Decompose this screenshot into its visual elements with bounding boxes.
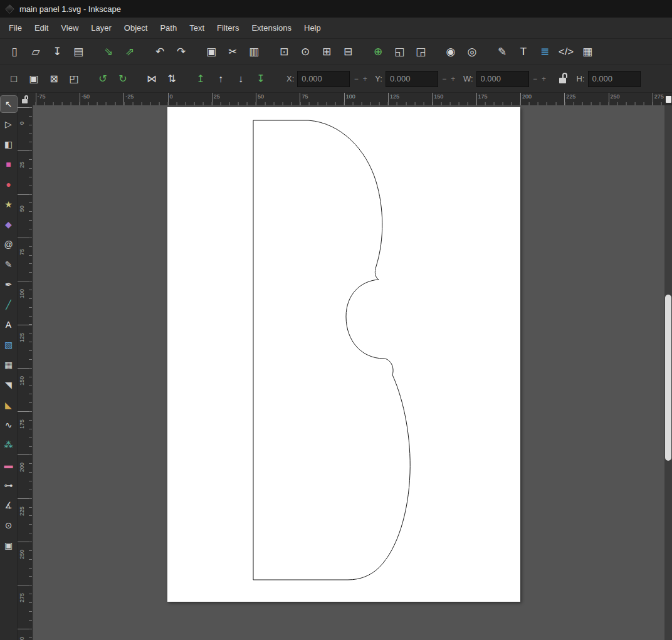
tool-node-editor[interactable]: ▷ <box>1 116 17 132</box>
tool-pen[interactable]: ✒ <box>1 276 17 293</box>
tool-spray[interactable]: ⁂ <box>1 437 17 453</box>
field-y-increment-button[interactable]: + <box>449 71 458 87</box>
tool-paint-bucket[interactable]: ◣ <box>1 397 17 413</box>
vertical-scrollbar[interactable] <box>664 105 672 640</box>
field-x-decrement-button[interactable]: − <box>352 71 360 87</box>
tool-rectangle[interactable]: ■ <box>1 156 17 172</box>
flip-horizontal-button[interactable]: ⋈ <box>142 70 162 88</box>
paste-button[interactable]: ▥ <box>243 42 265 62</box>
new-document-button[interactable]: ▯ <box>4 42 25 62</box>
tool-dropper[interactable]: ◥ <box>1 377 17 393</box>
text-icon: A <box>6 320 11 329</box>
pen-icon: ✒ <box>5 280 13 289</box>
v-ruler-tick: 75 <box>18 238 32 238</box>
create-clone-button[interactable]: ◱ <box>389 42 410 62</box>
align-distribute-dialog-button[interactable]: ▦ <box>577 42 598 62</box>
tool-spiral[interactable]: @ <box>1 236 17 253</box>
v-ruler-tick: 275 <box>18 585 32 585</box>
tool-tweak[interactable]: ∿ <box>1 417 17 433</box>
unlink-clone-button[interactable]: ◲ <box>410 42 431 62</box>
violin-outline-path[interactable] <box>253 120 410 580</box>
fill-stroke-dialog-button[interactable]: ✎ <box>491 42 513 62</box>
raise-button[interactable]: ↑ <box>211 70 231 88</box>
tool-star[interactable]: ★ <box>1 196 17 212</box>
canvas[interactable] <box>33 105 664 640</box>
menu-layer[interactable]: Layer <box>85 19 118 36</box>
select-all-button[interactable]: □ <box>4 70 24 88</box>
field-w-increment-button[interactable]: + <box>540 71 549 87</box>
group-button[interactable]: ◉ <box>440 42 461 62</box>
guide-lock-corner[interactable] <box>18 93 33 105</box>
selection-bbox-toggle-button[interactable]: ◰ <box>64 70 84 88</box>
h-ruler-tick-label: 50 <box>258 93 264 100</box>
redo-button[interactable]: ↷ <box>171 42 192 62</box>
rectangle-icon: ■ <box>6 160 11 169</box>
duplicate-button[interactable]: ⊕ <box>367 42 389 62</box>
ungroup-button[interactable]: ◎ <box>461 42 483 62</box>
inkscape-logo-icon <box>5 4 14 14</box>
tool-selector[interactable]: ↖ <box>1 96 17 112</box>
save-document-button[interactable]: ↧ <box>46 42 68 62</box>
v-ruler-tick-label: 100 <box>19 289 25 298</box>
copy-button[interactable]: ▣ <box>201 42 222 62</box>
cut-button[interactable]: ✂ <box>222 42 243 62</box>
tool-gradient[interactable]: ▧ <box>1 337 17 353</box>
field-w-decrement-button[interactable]: − <box>531 71 540 87</box>
tool-mesh-gradient[interactable]: ▦ <box>1 357 17 373</box>
menu-edit[interactable]: Edit <box>28 19 55 36</box>
lower-to-bottom-button[interactable]: ↧ <box>251 70 271 88</box>
vertical-ruler[interactable]: 0255075100125150175200225250275300 <box>18 105 33 640</box>
tool-ellipse[interactable]: ● <box>1 176 17 192</box>
raise-to-top-button[interactable]: ↥ <box>191 70 211 88</box>
deselect-button[interactable]: ⊠ <box>44 70 64 88</box>
tool-pencil[interactable]: ✎ <box>1 256 17 273</box>
text-dialog-button[interactable]: T <box>513 42 534 62</box>
lock-ratio-button[interactable] <box>556 71 571 87</box>
menu-file[interactable]: File <box>3 19 28 36</box>
horizontal-ruler[interactable]: -75-50-250255075100125150175200225250275 <box>33 93 664 105</box>
layers-dialog-button[interactable]: ≣ <box>534 42 555 62</box>
tool-connector[interactable]: ⊶ <box>1 477 17 493</box>
vertical-scrollbar-thumb[interactable] <box>665 295 671 461</box>
field-y-decrement-button[interactable]: − <box>440 71 449 87</box>
field-h-input[interactable] <box>588 71 641 87</box>
tool-eraser[interactable]: ▬ <box>1 457 17 473</box>
tool-pages[interactable]: ▣ <box>1 537 17 553</box>
tool-shape-builder[interactable]: ◧ <box>1 136 17 152</box>
rotate-90-ccw-button[interactable]: ↺ <box>93 70 113 88</box>
tool-calligraphy[interactable]: ╱ <box>1 296 17 313</box>
field-w-input[interactable] <box>476 71 529 87</box>
print-button[interactable]: ▤ <box>68 42 89 62</box>
zoom-page-width-button[interactable]: ⊟ <box>337 42 359 62</box>
v-ruler-tick-label: 150 <box>19 376 25 386</box>
zoom-page-button[interactable]: ⊞ <box>316 42 337 62</box>
command-group-4: ⊡⊙⊞⊟ <box>273 42 359 62</box>
select-all-layers-button[interactable]: ▣ <box>24 70 44 88</box>
export-button[interactable]: ⇗ <box>119 42 140 62</box>
ruler-corner-button[interactable] <box>664 93 672 105</box>
tool-box-3d[interactable]: ◆ <box>1 216 17 233</box>
undo-button[interactable]: ↶ <box>149 42 171 62</box>
flip-vertical-button[interactable]: ⇅ <box>162 70 182 88</box>
menu-extensions[interactable]: Extensions <box>245 19 298 36</box>
tool-text[interactable]: A <box>1 317 17 333</box>
xml-editor-button[interactable]: </> <box>555 42 577 62</box>
menu-help[interactable]: Help <box>298 19 327 36</box>
menu-path[interactable]: Path <box>154 19 183 36</box>
field-y-input[interactable] <box>386 71 438 87</box>
menu-object[interactable]: Object <box>118 19 154 36</box>
tool-measure[interactable]: ∡ <box>1 497 17 513</box>
menu-view[interactable]: View <box>55 19 85 36</box>
document-page[interactable] <box>167 107 520 602</box>
lower-button[interactable]: ↓ <box>231 70 251 88</box>
tool-zoom[interactable]: ⊙ <box>1 517 17 533</box>
menu-text[interactable]: Text <box>183 19 211 36</box>
menu-filters[interactable]: Filters <box>211 19 245 36</box>
open-document-button[interactable]: ▱ <box>25 42 46 62</box>
zoom-drawing-button[interactable]: ⊙ <box>295 42 316 62</box>
rotate-90-cw-button[interactable]: ↻ <box>113 70 133 88</box>
zoom-selection-button[interactable]: ⊡ <box>273 42 295 62</box>
field-x-input[interactable] <box>297 71 350 87</box>
import-button[interactable]: ⇘ <box>98 42 119 62</box>
field-x-increment-button[interactable]: + <box>360 71 369 87</box>
